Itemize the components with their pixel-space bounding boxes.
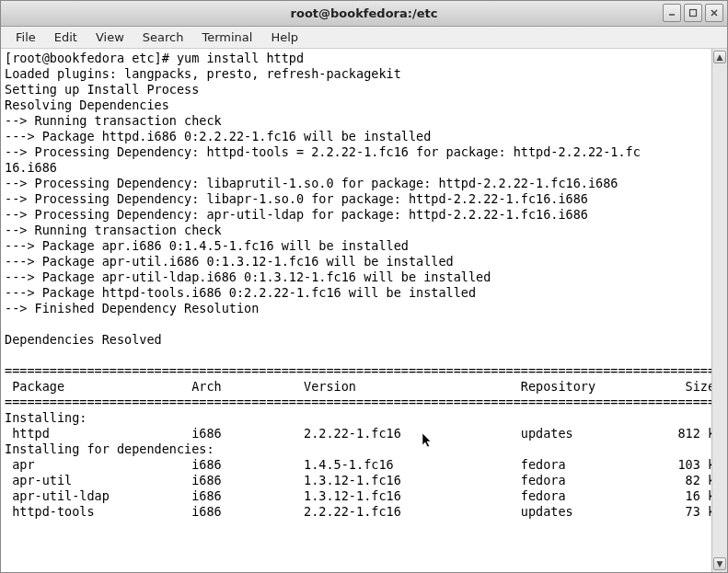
scrollbar[interactable]: ▲ ▼ xyxy=(711,49,727,572)
close-icon xyxy=(710,8,719,17)
menu-terminal[interactable]: Terminal xyxy=(192,29,261,46)
minimize-icon xyxy=(667,8,676,17)
menu-edit[interactable]: Edit xyxy=(45,29,87,46)
window-title: root@bookfedora:/etc xyxy=(1,6,727,20)
maximize-icon xyxy=(688,8,698,17)
window-controls xyxy=(663,4,723,22)
terminal-output[interactable]: [root@bookfedora etc]# yum install httpd… xyxy=(1,49,711,572)
svg-rect-1 xyxy=(690,10,697,17)
maximize-button[interactable] xyxy=(684,4,702,22)
scroll-down-button[interactable]: ▼ xyxy=(713,557,726,570)
menu-file[interactable]: File xyxy=(6,29,45,46)
menu-help[interactable]: Help xyxy=(261,29,307,46)
menu-view[interactable]: View xyxy=(87,29,133,46)
menu-search[interactable]: Search xyxy=(133,29,193,46)
chevron-down-icon: ▼ xyxy=(717,559,723,568)
terminal-window: root@bookfedora:/etc File Edit View Sear… xyxy=(0,0,728,573)
minimize-button[interactable] xyxy=(663,4,681,22)
titlebar: root@bookfedora:/etc xyxy=(1,1,727,27)
terminal-area: [root@bookfedora etc]# yum install httpd… xyxy=(1,49,727,572)
menubar: File Edit View Search Terminal Help xyxy=(1,27,727,49)
scroll-up-button[interactable]: ▲ xyxy=(713,51,726,63)
close-button[interactable] xyxy=(705,4,723,22)
chevron-up-icon: ▲ xyxy=(717,52,723,62)
